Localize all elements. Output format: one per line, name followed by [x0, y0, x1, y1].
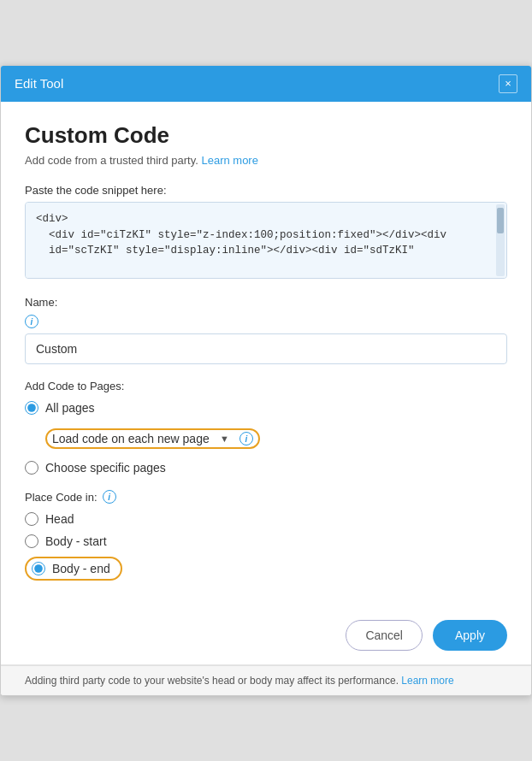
- head-label: Head: [45, 512, 74, 526]
- body-start-label: Body - start: [45, 534, 107, 548]
- load-code-dropdown-wrapper: Load code on each new page Load code onc…: [45, 428, 507, 449]
- name-info-icon: i: [25, 315, 38, 328]
- cancel-button[interactable]: Cancel: [346, 620, 423, 651]
- code-snippet-wrapper: [25, 202, 507, 279]
- scrollbar: [496, 204, 505, 276]
- body-end-label: Body - end: [52, 562, 110, 575]
- specific-pages-radio-item: Choose specific pages: [25, 461, 507, 475]
- name-input[interactable]: [25, 333, 507, 364]
- all-pages-radio-item: All pages: [25, 401, 507, 415]
- load-code-select[interactable]: Load code on each new page Load code onc…: [52, 432, 213, 445]
- dialog-header: Edit Tool ×: [1, 66, 531, 102]
- all-pages-label: All pages: [45, 401, 95, 415]
- edit-tool-dialog: Edit Tool × Custom Code Add code from a …: [0, 65, 532, 697]
- add-code-label: Add Code to Pages:: [25, 380, 507, 392]
- name-label: Name:: [25, 296, 507, 309]
- footer-notice: Adding third party code to your website'…: [1, 665, 531, 695]
- place-code-label: Place Code in:: [25, 491, 98, 504]
- code-snippet-label: Paste the code snippet here:: [25, 184, 507, 197]
- head-radio-item: Head: [25, 512, 507, 526]
- subtitle: Add code from a trusted third party. Lea…: [25, 154, 507, 167]
- head-radio[interactable]: [25, 512, 38, 526]
- place-code-section: Place Code in: i Head Body - start: [25, 490, 507, 581]
- dropdown-arrow-icon: ▼: [220, 434, 229, 444]
- body-start-radio[interactable]: [25, 534, 38, 548]
- dropdown-info-icon: i: [239, 432, 253, 445]
- add-code-radio-group: All pages Load code on each new page Loa…: [25, 401, 507, 475]
- dialog-body: Custom Code Add code from a trusted thir…: [1, 102, 531, 611]
- footer-notice-text: Adding third party code to your website'…: [25, 675, 399, 687]
- specific-pages-label: Choose specific pages: [45, 461, 166, 475]
- place-code-info-icon: i: [103, 490, 116, 504]
- code-snippet-input[interactable]: [26, 203, 506, 278]
- apply-button[interactable]: Apply: [433, 620, 507, 651]
- body-start-radio-item: Body - start: [25, 534, 507, 548]
- learn-more-link-bottom[interactable]: Learn more: [401, 675, 453, 687]
- place-code-title: Place Code in: i: [25, 490, 507, 504]
- name-section: Name: i: [25, 296, 507, 365]
- dialog-title: Edit Tool: [15, 76, 63, 91]
- close-button[interactable]: ×: [499, 74, 517, 93]
- add-code-section: Add Code to Pages: All pages Load code o…: [25, 380, 507, 475]
- body-end-radio[interactable]: [32, 562, 45, 575]
- scrollbar-thumb: [497, 208, 504, 233]
- body-end-highlighted: Body - end: [25, 557, 122, 581]
- load-code-dropdown-highlighted: Load code on each new page Load code onc…: [45, 428, 260, 449]
- subtitle-text: Add code from a trusted third party.: [25, 154, 198, 167]
- learn-more-link-top[interactable]: Learn more: [201, 154, 257, 167]
- body-end-radio-item: Body - end: [25, 557, 507, 581]
- page-title: Custom Code: [25, 122, 507, 149]
- all-pages-radio[interactable]: [25, 401, 38, 415]
- dialog-footer-actions: Cancel Apply: [1, 610, 531, 664]
- specific-pages-radio[interactable]: [25, 461, 38, 475]
- place-code-radio-group: Head Body - start Body - end: [25, 512, 507, 581]
